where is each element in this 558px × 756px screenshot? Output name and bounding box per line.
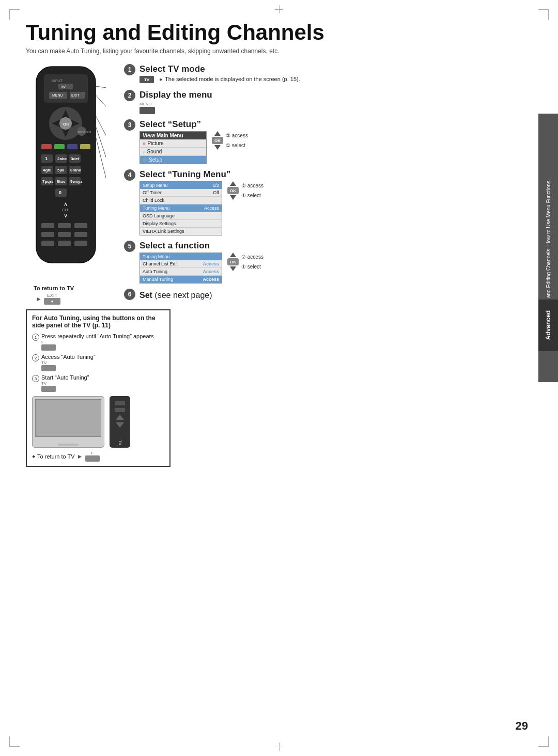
exit-btn-area: EXIT ● (44, 293, 60, 305)
auto-tune-step-2: 2 Access “Auto Tuning” TV (32, 354, 164, 371)
auto-tune-step-3-btn (41, 386, 56, 392)
step4-arrow-up (230, 181, 236, 186)
page-title: Tuning and Editing Channels (26, 21, 530, 44)
crosshair-bottom (275, 743, 283, 751)
bottom-section: For Auto Tuning, using the buttons on th… (26, 309, 530, 467)
svg-rect-53 (74, 241, 87, 246)
crosshair-top (275, 5, 283, 13)
main-menu-box: Viera Main Menu ■ Picture ♪ Sound (140, 131, 207, 164)
menu-label: MENU (140, 102, 152, 106)
svg-line-54 (96, 86, 106, 90)
corner-mark-tr (538, 9, 549, 20)
svg-text:9wxyz: 9wxyz (70, 179, 83, 184)
setup-row-osd: OSD Language (140, 212, 222, 220)
step-5-nav: OK ② access ① select (227, 253, 264, 271)
svg-rect-18 (41, 144, 52, 149)
menu-row-picture: ■ Picture (140, 139, 206, 148)
step-1: 1 Select TV mode TV ● The selected mode … (124, 64, 530, 85)
step-5-labels: ② access ① select (241, 254, 264, 270)
return-btn-icon (85, 455, 100, 462)
step-5-circle: 5 (124, 241, 135, 252)
step-6: 6 Set (see next page) (124, 289, 530, 300)
arrow-indicator: ► (36, 295, 42, 303)
exit-label: EXIT (47, 293, 57, 298)
step-4-access-label: ② access (241, 183, 264, 188)
step-5-content: Select a function Tuning Menu Channel Li… (140, 241, 530, 284)
step-4-nav: OK ② access ① select (227, 181, 264, 200)
page-subtitle: You can make Auto Tuning, listing your f… (26, 48, 530, 55)
step-3-title: Select “Setup” (140, 119, 530, 130)
svg-text:5jkl: 5jkl (57, 168, 64, 172)
svg-text:∨: ∨ (64, 212, 68, 218)
step-2-icon: MENU (140, 102, 530, 114)
setup-menu-header: Setup Menu 1/2 (140, 182, 222, 189)
step-4-circle: 4 (124, 169, 135, 181)
svg-rect-50 (74, 232, 87, 237)
steps-area: 1 Select TV mode TV ● The selected mode … (114, 64, 530, 305)
side-panel-label: TV (118, 440, 122, 445)
auto-tune-title: For Auto Tuning, using the buttons on th… (32, 314, 164, 329)
main-menu-title: Viera Main Menu (140, 132, 206, 139)
auto-tune-step-1-btn-label: F (41, 340, 154, 344)
svg-text:INPUT: INPUT (52, 79, 63, 83)
auto-tune-step-2-btn (41, 365, 56, 371)
auto-tune-step-3: 3 Start “Auto Tuning” TV (32, 374, 164, 392)
svg-text:4ghi: 4ghi (43, 168, 51, 172)
svg-rect-49 (58, 232, 71, 237)
svg-text:∧: ∧ (64, 201, 68, 207)
auto-tune-step-3-content: Start “Auto Tuning” TV (41, 374, 89, 392)
side-arrow-down (116, 422, 124, 428)
step-4-title: Select “Tuning Menu” (140, 169, 530, 180)
return-to-tv-area: To return to TV ► EXIT ● (34, 285, 114, 305)
step-3-circle: 3 (124, 119, 135, 131)
return-btn-area: F (85, 451, 100, 462)
step-2-circle: 2 (124, 90, 135, 101)
svg-rect-51 (41, 241, 54, 246)
step-3: 3 Select “Setup” Viera Main Menu ■ (124, 119, 530, 164)
tuning-row-channellist: Channel List EditAccess (140, 260, 222, 268)
menu-row-sound: ♪ Sound (140, 148, 206, 156)
step-5-arrows: OK (227, 253, 239, 271)
step-2-content: Display the menu MENU (140, 90, 530, 114)
auto-tune-step-3-num: 3 (32, 375, 39, 382)
step4-arrow-down (230, 195, 236, 200)
step-4-arrows: OK (227, 181, 239, 200)
auto-tune-step-2-num: 2 (32, 354, 39, 361)
step5-arrow-down (230, 266, 236, 271)
step-1-detail: TV ● The selected mode is displayed on t… (140, 76, 530, 85)
step-5-detail: Tuning Menu Channel List EditAccess Auto… (140, 253, 530, 284)
step-6-content: Set (see next page) (140, 289, 530, 300)
step4-ok-btn: OK (227, 187, 239, 194)
setup-row-tuningmenu: Tuning MenuAccess (140, 204, 222, 212)
step-3-arrows: OK (212, 131, 223, 150)
tuning-menu-box: Tuning Menu Channel List EditAccess Auto… (140, 253, 222, 284)
step-4-detail: Setup Menu 1/2 Off TimerOff Child Lock T… (140, 181, 530, 235)
svg-text:7pqrs: 7pqrs (42, 179, 54, 184)
side-tab-line1: How to Use Menu Functions (545, 181, 552, 246)
step-6-title: Set (see next page) (140, 291, 530, 300)
auto-tune-return: ● To return to TV ► F (32, 451, 164, 462)
tv-button-icon: TV (140, 76, 154, 83)
step-3-labels: ② access ① select (226, 133, 248, 148)
tuning-row-autotuning: Auto TuningAccess (140, 268, 222, 276)
auto-tune-step-2-btn-label: TV (41, 360, 96, 365)
auto-tune-step-1: 1 Press repeatedly until “Auto Tuning” a… (32, 333, 164, 351)
remote-svg: INPUT TV MENU EXIT (26, 64, 106, 281)
side-panel-illustration: TV (110, 396, 130, 448)
step-5-title: Select a function (140, 241, 530, 251)
svg-rect-21 (80, 144, 90, 149)
svg-text:CH: CH (62, 208, 68, 212)
step-5: 5 Select a function Tuning Menu Channel … (124, 241, 530, 284)
auto-tune-return-text: To return to TV (37, 453, 75, 460)
corner-mark-tl (9, 9, 20, 20)
ok-btn-icon: OK (212, 137, 223, 144)
svg-rect-20 (67, 144, 78, 149)
step-1-circle: 1 (124, 64, 135, 75)
return-label: To return to TV (34, 285, 114, 291)
exit-button[interactable]: ● (44, 298, 60, 305)
corner-mark-br (538, 736, 549, 747)
arrow-up-icon (214, 131, 221, 136)
auto-tune-step-1-btn (41, 344, 56, 351)
step-4-content: Select “Tuning Menu” Setup Menu 1/2 Off … (140, 169, 530, 235)
tv-stand (58, 444, 79, 446)
